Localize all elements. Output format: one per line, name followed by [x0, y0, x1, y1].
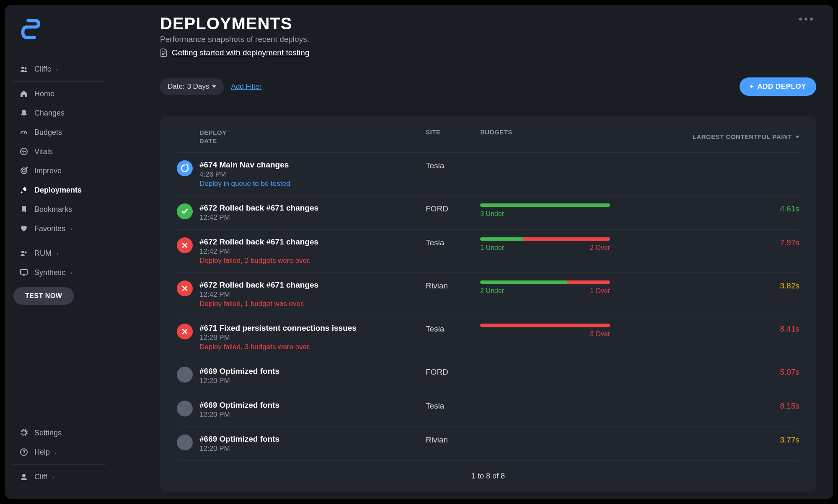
table-row[interactable]: #671 Fixed persistent connections issues… — [177, 316, 799, 359]
date-filter-label: Date: — [168, 82, 185, 91]
column-header-lcp[interactable]: LARGEST CONTENTFUL PAINT — [610, 129, 799, 145]
lcp-value: 8.41s — [610, 324, 799, 334]
sidebar-item-synthetic[interactable]: Synthetic › — [13, 263, 106, 282]
table-row[interactable]: #674 Main Nav changes4:26 PMDeploy in qu… — [177, 153, 799, 196]
svg-point-1 — [25, 67, 27, 69]
date-filter-dropdown[interactable]: Date: 3 Days — [160, 78, 224, 95]
sidebar-item-label: Home — [34, 90, 54, 98]
plus-icon: + — [750, 82, 754, 91]
filter-bar: Date: 3 Days Add Filter + ADD DEPLOY — [160, 77, 816, 96]
sidebar-item-rum[interactable]: RUM › — [13, 244, 106, 263]
sidebar-item-help[interactable]: Help › — [13, 442, 106, 462]
column-header-lcp-label: LARGEST CONTENTFUL PAINT — [693, 133, 792, 140]
sidebar-item-label: Bookmarks — [34, 205, 72, 214]
divider — [13, 241, 106, 241]
deployments-table: DEPLOYDATE SITE BUDGETS LARGEST CONTENTF… — [160, 116, 816, 492]
sidebar-item-label: RUM — [34, 249, 52, 258]
sidebar-item-favorites[interactable]: Favorites › — [13, 219, 106, 238]
sidebar-item-budgets[interactable]: Budgets — [13, 123, 106, 142]
budget-bar-over — [523, 237, 610, 241]
lcp-value: 4.61s — [610, 203, 799, 213]
add-deploy-button[interactable]: + ADD DEPLOY — [740, 77, 816, 96]
test-now-button[interactable]: TEST NOW — [13, 287, 74, 305]
budget-over-label: 1 Over — [590, 287, 610, 295]
site-cell: FORD — [426, 367, 480, 377]
budget-under-label: 2 Under — [480, 287, 504, 295]
svg-point-6 — [25, 252, 27, 254]
status-badge-failed — [177, 280, 193, 296]
lcp-value: 3.77s — [610, 435, 799, 445]
doc-link[interactable]: Getting started with deployment testing — [172, 48, 309, 57]
deploy-title: #672 Rolled back #671 changes — [199, 237, 426, 247]
site-cell: Tesla — [426, 237, 480, 247]
table-row[interactable]: #672 Rolled back #671 changes12:42 PMFOR… — [177, 196, 799, 230]
chevron-right-icon: › — [52, 474, 54, 480]
site-cell: Tesla — [426, 324, 480, 334]
deploy-time: 12:28 PM — [199, 334, 426, 342]
sidebar-item-home[interactable]: Home — [13, 84, 106, 103]
more-menu-button[interactable] — [799, 18, 813, 21]
budget-bar-under — [480, 280, 567, 284]
column-header-budgets[interactable]: BUDGETS — [480, 129, 610, 145]
svg-point-2 — [21, 148, 27, 155]
org-switcher[interactable]: Cliffc › — [13, 59, 106, 79]
doc-link-row: Getting started with deployment testing — [160, 48, 816, 57]
deploy-title: #669 Optimized fonts — [199, 401, 426, 410]
dot-icon — [804, 18, 807, 21]
budgets-cell: 1 Under2 Over — [480, 237, 610, 252]
pulse-icon — [19, 147, 28, 156]
budget-bar-over — [567, 280, 610, 284]
svg-point-4 — [23, 170, 25, 172]
target-icon — [19, 166, 28, 175]
user-menu[interactable]: Cliff › — [13, 467, 106, 486]
table-row[interactable]: #672 Rolled back #671 changes12:42 PMDep… — [177, 273, 799, 316]
table-row[interactable]: #669 Optimized fonts12:20 PMRivian3.77s — [177, 427, 799, 461]
sidebar-item-label: Improve — [34, 167, 62, 175]
date-filter-value: 3 Days — [187, 82, 210, 91]
budget-bar-under — [480, 203, 610, 207]
site-cell: FORD — [426, 203, 480, 213]
sidebar-item-settings[interactable]: Settings — [13, 423, 106, 442]
add-filter-link[interactable]: Add Filter — [231, 82, 262, 91]
chevron-right-icon: › — [70, 270, 72, 276]
budget-bar — [480, 280, 610, 284]
sidebar-item-label: Synthetic — [34, 268, 65, 277]
status-badge-queued — [177, 160, 193, 176]
deploy-note: Deploy failed, 3 budgets were over. — [199, 343, 426, 351]
sidebar-item-deployments[interactable]: Deployments — [13, 180, 106, 200]
divider — [13, 464, 106, 465]
sidebar-item-vitals[interactable]: Vitals — [13, 142, 106, 161]
deploy-note: Deploy failed, 2 budgets were over. — [199, 257, 426, 265]
status-badge-neutral — [177, 401, 193, 417]
sidebar-item-changes[interactable]: Changes — [13, 103, 106, 123]
heart-icon — [19, 224, 28, 233]
deploy-time: 12:20 PM — [199, 445, 426, 453]
column-header-site[interactable]: SITE — [426, 129, 480, 145]
sidebar-item-improve[interactable]: Improve — [13, 161, 106, 180]
budget-over-label: 2 Over — [590, 244, 610, 252]
page-subtitle: Performance snapshots of recent deploys. — [160, 35, 816, 44]
lcp-value — [610, 160, 799, 161]
chevron-right-icon: › — [70, 226, 72, 232]
sidebar-item-bookmarks[interactable]: Bookmarks — [13, 200, 106, 219]
budget-under-label: 1 Under — [480, 244, 504, 252]
column-header-deploy[interactable]: DEPLOYDATE — [199, 129, 426, 145]
status-badge-success — [177, 203, 193, 219]
status-badge-failed — [177, 237, 193, 253]
sidebar-item-label: Vitals — [34, 147, 53, 156]
users-icon — [19, 64, 28, 74]
table-row[interactable]: #669 Optimized fonts12:20 PMFORD5.07s — [177, 359, 799, 393]
document-icon — [160, 49, 168, 57]
svg-point-9 — [22, 474, 26, 477]
table-row[interactable]: #672 Rolled back #671 changes12:42 PMDep… — [177, 230, 799, 273]
table-row[interactable]: #669 Optimized fonts12:20 PMTesla8.15s — [177, 393, 799, 427]
deploy-time: 12:42 PM — [199, 247, 426, 256]
svg-point-5 — [21, 251, 24, 253]
main-content: DEPLOYMENTS Performance snapshots of rec… — [114, 5, 833, 499]
sidebar-item-label: Deployments — [34, 186, 82, 195]
budgets-cell: 2 Under1 Over — [480, 280, 610, 295]
budget-bar-under — [480, 237, 523, 241]
bookmark-icon — [19, 205, 28, 214]
deploy-time: 12:20 PM — [199, 377, 426, 385]
user-name: Cliff — [34, 473, 47, 481]
